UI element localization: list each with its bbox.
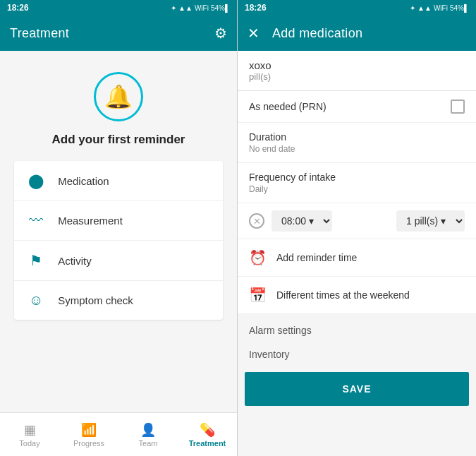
remove-time-button[interactable]: ✕: [249, 213, 264, 229]
top-bar-left-group: ✕ Add medication: [248, 25, 362, 42]
medication-label: Medication: [58, 175, 109, 187]
nav-progress[interactable]: 📶 Progress: [59, 413, 118, 456]
settings-icon[interactable]: ⚙: [214, 25, 227, 42]
wifi-icon: WiFi: [195, 4, 209, 12]
as-needed-checkbox[interactable]: [451, 100, 465, 114]
today-label: Today: [19, 439, 39, 448]
signal-icon-r: ▲▲: [417, 4, 432, 12]
nav-team[interactable]: 👤 Team: [118, 413, 178, 456]
team-icon: 👤: [140, 422, 156, 438]
bottom-nav: ▦ Today 📶 Progress 👤 Team 💊 Treatment: [0, 412, 237, 456]
activity-icon: ⚑: [27, 252, 45, 269]
frequency-label: Frequency of intake: [249, 172, 336, 183]
time-right: 18:26: [245, 3, 267, 13]
close-icon[interactable]: ✕: [248, 25, 260, 42]
symptom-icon: ☺: [27, 292, 45, 308]
bell-icon-container: 🔔: [94, 72, 143, 121]
reminder-menu: ⬤ Medication 〰 Measurement ⚑ Activity ☺ …: [14, 161, 223, 320]
alarm-label: Alarm settings: [249, 325, 312, 336]
as-needed-label: As needed (PRN): [249, 101, 327, 112]
nav-treatment[interactable]: 💊 Treatment: [178, 413, 237, 456]
add-reminder-icon: ⏰: [249, 249, 267, 266]
duration-label: Duration: [249, 131, 286, 143]
progress-label: Progress: [73, 439, 104, 448]
duration-row[interactable]: Duration No end date: [238, 123, 476, 163]
phone-left: 18:26 ✦ ▲▲ WiFi 54%▌ Treatment ⚙ 🔔 Add y…: [0, 0, 238, 456]
alarm-section-header: Alarm settings: [238, 314, 476, 341]
symptom-label: Symptom check: [58, 294, 133, 306]
weekend-times-row[interactable]: 📅 Different times at the weekend: [238, 277, 476, 314]
measurement-label: Measurement: [58, 215, 123, 227]
med-type: pill(s): [249, 71, 465, 82]
nav-today[interactable]: ▦ Today: [0, 413, 59, 456]
right-main-content: xoxo pill(s) As needed (PRN) Duration No…: [238, 51, 476, 456]
today-icon: ▦: [24, 422, 36, 438]
top-bar-right: ✕ Add medication: [238, 16, 476, 51]
dosage-row: ✕ 08:00 ▾ 1 pill(s) ▾: [238, 203, 476, 239]
save-button[interactable]: SAVE: [245, 372, 469, 406]
status-icons-left: ✦ ▲▲ WiFi 54%▌: [171, 4, 230, 12]
time-select[interactable]: 08:00 ▾: [271, 210, 332, 232]
calendar-icon: 📅: [249, 287, 267, 304]
med-name-section: xoxo pill(s): [238, 51, 476, 91]
phone-right: 18:26 ✦ ▲▲ WiFi 54%▌ ✕ Add medication xo…: [238, 0, 476, 456]
menu-item-medication[interactable]: ⬤ Medication: [14, 161, 223, 201]
measurement-icon: 〰: [27, 212, 45, 229]
remove-icon: ✕: [253, 216, 261, 227]
frequency-row[interactable]: Frequency of intake Daily: [238, 163, 476, 203]
inventory-label: Inventory: [249, 349, 290, 360]
add-reminder-row[interactable]: ⏰ Add reminder time: [238, 239, 476, 277]
bluetooth-icon: ✦: [171, 4, 176, 12]
status-bar-right: 18:26 ✦ ▲▲ WiFi 54%▌: [238, 0, 476, 16]
battery-right: 54%▌: [450, 4, 469, 12]
menu-item-symptom-check[interactable]: ☺ Symptom check: [14, 281, 223, 320]
add-med-title: Add medication: [272, 26, 362, 41]
medication-icon: ⬤: [27, 172, 45, 189]
activity-label: Activity: [58, 255, 92, 267]
duration-value: No end date: [249, 144, 295, 154]
status-icons-right: ✦ ▲▲ WiFi 54%▌: [410, 4, 469, 12]
battery-left: 54%▌: [211, 4, 230, 12]
bluetooth-icon-r: ✦: [410, 4, 415, 12]
as-needed-row[interactable]: As needed (PRN): [238, 91, 476, 123]
bell-icon: 🔔: [104, 83, 133, 110]
team-label: Team: [139, 439, 158, 448]
weekend-label: Different times at the weekend: [276, 289, 410, 301]
status-bar-left: 18:26 ✦ ▲▲ WiFi 54%▌: [0, 0, 237, 16]
signal-icon: ▲▲: [178, 4, 193, 12]
left-main-content: 🔔 Add your first reminder ⬤ Medication 〰…: [0, 51, 237, 412]
wifi-icon-r: WiFi: [434, 4, 448, 12]
pill-select[interactable]: 1 pill(s) ▾: [396, 210, 465, 232]
menu-item-measurement[interactable]: 〰 Measurement: [14, 201, 223, 241]
inventory-section-header: Inventory: [238, 341, 476, 365]
menu-item-activity[interactable]: ⚑ Activity: [14, 241, 223, 281]
progress-icon: 📶: [81, 422, 97, 438]
reminder-title: Add your first reminder: [52, 133, 185, 147]
top-bar-left: Treatment ⚙: [0, 16, 237, 51]
time-left: 18:26: [7, 3, 29, 13]
treatment-icon: 💊: [200, 422, 215, 438]
med-name: xoxo: [249, 59, 465, 71]
treatment-label: Treatment: [189, 439, 226, 448]
app-title: Treatment: [10, 26, 69, 41]
add-reminder-label: Add reminder time: [276, 252, 357, 263]
frequency-value: Daily: [249, 184, 268, 194]
